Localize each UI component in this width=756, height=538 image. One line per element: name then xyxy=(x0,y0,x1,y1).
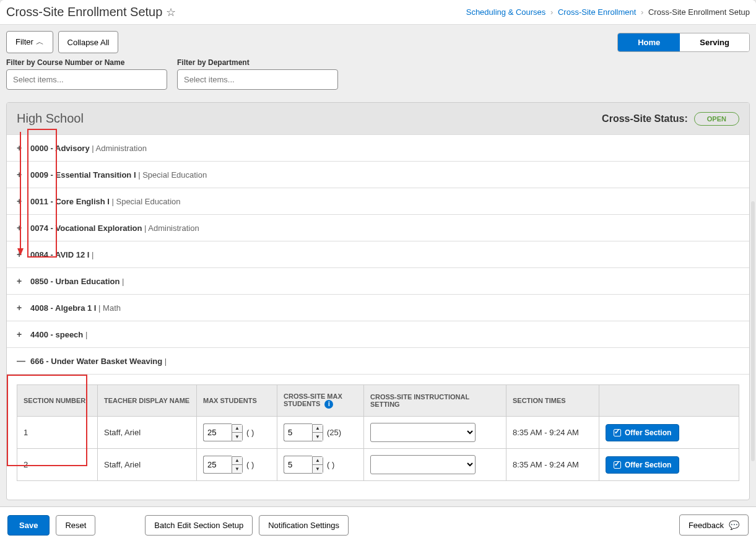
col-csmax: CROSS-SITE MAX STUDENTS i xyxy=(277,385,364,417)
info-icon[interactable]: i xyxy=(324,400,333,409)
max-students-input[interactable] xyxy=(203,423,232,441)
max-students-stepper[interactable]: ▲▼ xyxy=(203,456,243,474)
course-code: 4008 - xyxy=(30,303,55,313)
batch-edit-button[interactable]: Batch Edit Section Setup xyxy=(145,515,253,536)
collapse-all-button[interactable]: Collapse All xyxy=(58,31,119,53)
course-row[interactable]: +0009 - Essential Transition I | Special… xyxy=(7,161,749,188)
offer-section-button[interactable]: Offer Section xyxy=(606,424,679,441)
course-dept: | Administration xyxy=(90,144,147,153)
stepper-up-icon[interactable]: ▲ xyxy=(313,425,323,433)
course-dept: | Special Education xyxy=(110,197,181,206)
expand-icon[interactable]: + xyxy=(17,329,25,339)
col-teacher: TEACHER DISPLAY NAME xyxy=(98,385,197,417)
breadcrumb-current: Cross-Site Enrollment Setup xyxy=(648,7,750,17)
course-row[interactable]: +0850 - Urban Education | xyxy=(7,267,749,294)
course-name: Essential Transition I xyxy=(55,170,136,180)
stepper-down-icon[interactable]: ▼ xyxy=(313,465,323,473)
course-code: 0009 - xyxy=(30,170,55,180)
col-times: SECTION TIMES xyxy=(506,385,599,417)
breadcrumb: Scheduling & Courses › Cross-Site Enroll… xyxy=(466,7,750,17)
stepper-down-icon[interactable]: ▼ xyxy=(313,433,323,441)
offer-label: Offer Section xyxy=(625,428,671,437)
course-dept: | xyxy=(83,330,87,339)
col-instr: CROSS-SITE INSTRUCTIONAL SETTING xyxy=(364,385,506,417)
stepper-up-icon[interactable]: ▲ xyxy=(232,425,242,433)
breadcrumb-link-1[interactable]: Scheduling & Courses xyxy=(466,7,546,17)
reset-button[interactable]: Reset xyxy=(56,515,95,536)
course-row[interactable]: +0000 - Advisory | Administration xyxy=(7,134,749,161)
course-dept: | xyxy=(162,357,167,366)
check-icon xyxy=(614,429,621,436)
scrollbar-track[interactable] xyxy=(751,201,755,461)
course-name: AVID 12 I xyxy=(55,250,89,259)
col-max: MAX STUDENTS xyxy=(197,385,277,417)
status-label: Cross-Site Status: xyxy=(602,113,688,124)
notification-settings-button[interactable]: Notification Settings xyxy=(259,515,349,536)
cell-section-number: 1 xyxy=(17,417,98,449)
expand-icon[interactable]: + xyxy=(17,303,25,313)
breadcrumb-link-2[interactable]: Cross-Site Enrollment xyxy=(558,7,636,17)
toggle-home[interactable]: Home xyxy=(618,33,680,51)
course-dept: | xyxy=(120,277,124,286)
favorite-star-icon[interactable]: ☆ xyxy=(166,6,176,19)
toggle-serving[interactable]: Serving xyxy=(680,33,749,51)
course-name: Under Water Basket Weaving xyxy=(51,357,162,366)
svg-marker-3 xyxy=(17,248,24,256)
max-paren: ( ) xyxy=(246,460,254,469)
max-paren: ( ) xyxy=(246,428,254,437)
course-name: Advisory xyxy=(55,144,90,153)
cs-paren: ( ) xyxy=(327,460,334,469)
filter-button-label: Filter xyxy=(15,37,33,46)
course-row[interactable]: +4008 - Algebra 1 I | Math xyxy=(7,294,749,321)
cs-paren: (25) xyxy=(327,428,341,437)
filter-course-label: Filter by Course Number or Name xyxy=(6,58,167,67)
course-name: Urban Education xyxy=(55,277,119,286)
max-students-input[interactable] xyxy=(203,456,232,474)
status-badge: OPEN xyxy=(694,112,739,126)
stepper-down-icon[interactable]: ▼ xyxy=(232,465,242,473)
feedback-button[interactable]: Feedback 💬 xyxy=(679,514,749,536)
chat-icon: 💬 xyxy=(729,520,739,530)
instructional-setting-select[interactable] xyxy=(370,423,476,442)
course-code: 666 - xyxy=(30,357,51,366)
cell-times: 8:35 AM - 9:24 AM xyxy=(506,449,599,481)
cs-max-stepper[interactable]: ▲▼ xyxy=(284,456,323,474)
stepper-up-icon[interactable]: ▲ xyxy=(232,457,242,465)
course-row[interactable]: +0074 - Vocational Exploration | Adminis… xyxy=(7,214,749,241)
chevron-up-icon: ︿ xyxy=(36,37,44,46)
offer-label: Offer Section xyxy=(625,461,671,469)
course-row[interactable]: —666 - Under Water Basket Weaving | xyxy=(7,347,749,374)
expand-icon[interactable]: + xyxy=(17,276,25,286)
course-dept: | Math xyxy=(96,303,121,313)
toggle-home-serving: Home Serving xyxy=(617,33,750,52)
cs-max-stepper[interactable]: ▲▼ xyxy=(284,423,323,441)
cell-teacher: Staff, Ariel xyxy=(98,449,197,481)
filter-dept-input[interactable] xyxy=(177,69,338,90)
school-name: High School xyxy=(17,111,84,126)
chevron-right-icon: › xyxy=(641,7,643,17)
offer-section-button[interactable]: Offer Section xyxy=(606,456,679,474)
stepper-up-icon[interactable]: ▲ xyxy=(313,457,323,465)
filter-dept-label: Filter by Department xyxy=(177,58,338,67)
save-button[interactable]: Save xyxy=(7,515,50,536)
instructional-setting-select[interactable] xyxy=(370,455,476,474)
course-dept: | xyxy=(89,250,93,259)
course-name: Algebra 1 I xyxy=(55,303,96,313)
chevron-right-icon: › xyxy=(550,7,553,17)
collapse-icon[interactable]: — xyxy=(17,356,25,366)
course-name: Vocational Exploration xyxy=(55,223,142,233)
course-dept: | Special Education xyxy=(136,170,207,180)
course-row[interactable]: +0011 - Core English I | Special Educati… xyxy=(7,188,749,214)
stepper-down-icon[interactable]: ▼ xyxy=(232,433,242,441)
table-row: 2Staff, Ariel▲▼( )▲▼( )8:35 AM - 9:24 AM… xyxy=(17,449,739,481)
cs-max-input[interactable] xyxy=(284,423,312,441)
cell-teacher: Staff, Ariel xyxy=(98,417,197,449)
course-row[interactable]: +0084 - AVID 12 I | xyxy=(7,241,749,267)
filter-button[interactable]: Filter ︿ xyxy=(6,31,53,53)
course-code: 0011 - xyxy=(30,197,55,206)
max-students-stepper[interactable]: ▲▼ xyxy=(203,423,243,441)
filter-course-input[interactable] xyxy=(6,69,167,90)
course-row[interactable]: +4400 - speech | xyxy=(7,321,749,347)
cs-max-input[interactable] xyxy=(284,456,312,474)
cell-section-number: 2 xyxy=(17,449,98,481)
